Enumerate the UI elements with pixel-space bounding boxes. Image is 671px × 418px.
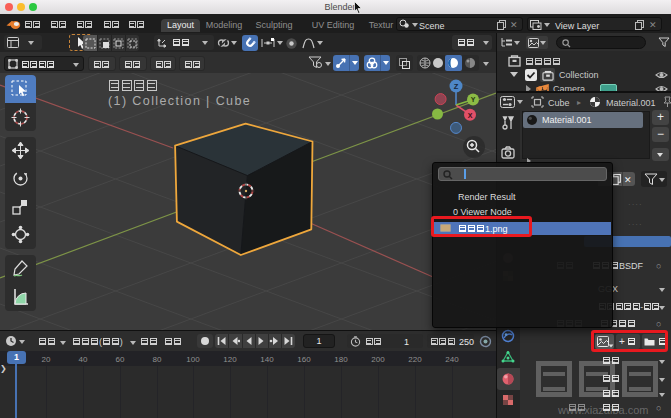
svg-text:X: X [468,112,473,119]
svg-text:Y: Y [471,96,476,103]
svg-text:Z: Z [454,82,459,91]
